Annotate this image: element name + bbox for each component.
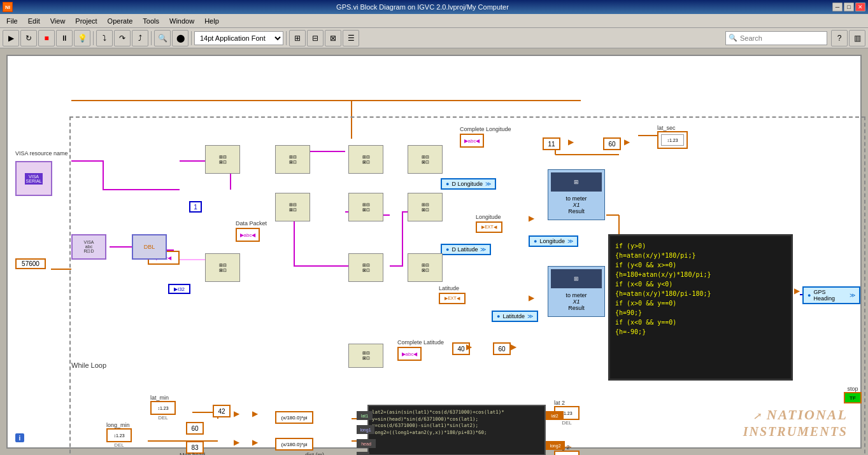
d-longitude-container: ● D Longitude ≫	[441, 178, 496, 190]
d-latitude-block[interactable]: ● D Latitude ≫	[441, 244, 491, 255]
menu-edit[interactable]: Edit	[24, 16, 44, 26]
long2-indicator: ↕1.23	[554, 451, 580, 455]
complete-latitude-label: Complete Latitude	[397, 339, 444, 346]
close-button[interactable]: ✕	[855, 3, 865, 11]
sub-diagram-7[interactable]: ⊞⊟⊠⊡	[408, 193, 443, 221]
lat-min-label: lat_min	[150, 395, 176, 401]
dbl-block[interactable]: DBL	[132, 234, 167, 260]
step-out-button[interactable]: ⤴	[132, 30, 148, 46]
lat-node: lat1	[357, 411, 373, 420]
sub-diagram-9[interactable]: ⊞⊟⊠⊡	[348, 253, 383, 282]
baud-rate-indicator: 57600	[15, 258, 46, 269]
arrow-1: ▶	[568, 137, 574, 146]
menu-operate[interactable]: Operate	[104, 16, 137, 26]
complete-longitude-label: Complete Longitude	[460, 126, 511, 132]
lat2-label: lat 2	[554, 400, 580, 406]
arrow-3: ▶	[529, 214, 534, 223]
formula-node[interactable]: if (y>0) {h=atan(x/y)*180/pi;} if (y<0 &…	[608, 234, 793, 381]
pause-button[interactable]: ⏸	[56, 30, 73, 46]
reorder-button[interactable]: ☰	[343, 30, 359, 46]
ni-logo: ↗ NATIONAL INSTRUMENTS	[730, 407, 848, 440]
constant-11: 11	[543, 137, 560, 150]
visa-resource-block[interactable]: VISASERIAL	[15, 161, 52, 196]
latitutde-circle-block[interactable]: ● Latitutde ≫	[492, 311, 538, 322]
dist-button[interactable]: ⊟	[307, 30, 324, 46]
stop-indicator[interactable]: TF	[844, 392, 862, 403]
run-button[interactable]: ▶	[3, 30, 19, 46]
complete-latitude-block[interactable]: ▶abc◀	[397, 347, 422, 361]
long-node: long1	[357, 425, 374, 434]
maximize-button[interactable]: □	[844, 3, 854, 11]
to-meter-longitude[interactable]: ⊞ to meter X1 Result	[548, 169, 605, 220]
dist-container: dist (m) DBL	[305, 452, 324, 455]
bp-button[interactable]: ⬤	[172, 30, 189, 46]
pane-button[interactable]: ▥	[849, 30, 865, 46]
search-box[interactable]: 🔍	[725, 31, 827, 45]
highlight-button[interactable]: 💡	[74, 30, 90, 46]
toolbar-sep1	[93, 31, 94, 45]
longitude-circle-block[interactable]: ● Longitude ≫	[529, 235, 578, 247]
bottom-formula-block[interactable]: lat2=(asin(sin(lat1)*cos(d/6371000)+cos(…	[367, 405, 546, 455]
menu-view[interactable]: View	[46, 16, 69, 26]
step-over-button[interactable]: ↷	[114, 30, 131, 46]
to-meter-label-1: to meter X1 Result	[548, 194, 604, 216]
abort-button[interactable]: ■	[38, 30, 55, 46]
mag-head-container: Mag head ↕1.23 DEL	[180, 452, 205, 455]
visa-block-1[interactable]: VISAabcR⊡D	[71, 234, 106, 260]
window-controls: ─ □ ✕	[832, 3, 865, 11]
head-node: head	[357, 439, 376, 448]
formula-code: if (y>0) {h=atan(x/y)*180/pi;} if (y<0 &…	[615, 241, 786, 337]
to-meter-label-2: to meter X1 Result	[548, 291, 604, 312]
sub-diagram-4[interactable]: ⊞⊟⊠⊡	[408, 145, 443, 174]
sub-diagram-8[interactable]: ⊞⊟⊠⊡	[205, 253, 240, 282]
menu-tools[interactable]: Tools	[139, 16, 163, 26]
arrow-2: ▶	[624, 137, 630, 146]
complete-longitude-block[interactable]: ▶abc◀	[460, 134, 484, 148]
toolbar-sep4	[286, 31, 287, 45]
menu-file[interactable]: File	[3, 16, 22, 26]
longitude-indicator: ▶EXT◀	[476, 221, 502, 233]
help-button[interactable]: ?	[831, 30, 848, 46]
menu-help[interactable]: Help	[201, 16, 223, 26]
sub-diagram-11[interactable]: ⊞⊟⊠⊡	[348, 344, 383, 368]
gps-heading-block[interactable]: ● GPS Heading ≫	[802, 286, 860, 304]
formula-x180-2[interactable]: (x/180.0)*pi	[275, 438, 313, 451]
search-icon: 🔍	[729, 34, 737, 42]
app-icon: NI	[3, 2, 13, 12]
sub-diagram-2[interactable]: ⊞⊟⊠⊡	[275, 145, 310, 174]
formula-x180-1[interactable]: (x/180.0)*pi	[275, 411, 313, 424]
arrow-8: ▶	[252, 409, 258, 418]
longitude-text-label: Longitude	[476, 214, 501, 220]
resize-button[interactable]: ⊠	[325, 30, 341, 46]
latitude-text-label: Latitude	[439, 285, 459, 291]
sub-diagram-1[interactable]: ⊞⊟⊠⊡	[205, 145, 240, 174]
data-packet-block[interactable]: ▶abc◀	[236, 228, 260, 242]
constant-42: 42	[213, 405, 231, 417]
to-meter-latitude[interactable]: ⊞ to meter X1 Result	[548, 266, 605, 317]
to-meter-icon-1: ⊞	[551, 172, 602, 192]
sub-diagram-5[interactable]: ⊞⊟⊠⊡	[275, 193, 310, 221]
to-meter-icon-2: ⊞	[551, 269, 602, 288]
align-button[interactable]: ⊞	[289, 30, 306, 46]
dist-label: dist (m)	[305, 452, 324, 455]
step-into-button[interactable]: ⤵	[96, 30, 113, 46]
menu-project[interactable]: Project	[71, 16, 101, 26]
font-selector[interactable]: 14pt Application Font	[194, 31, 283, 45]
window-title: GPS.vi Block Diagram on IGVC 2.0.lvproj/…	[13, 3, 832, 11]
menu-window[interactable]: Window	[166, 16, 198, 26]
long-min-indicator: ↕1.23	[106, 428, 132, 442]
sub-diagram-6[interactable]: ⊞⊟⊠⊡	[348, 193, 383, 221]
run-cont-button[interactable]: ↻	[20, 30, 37, 46]
arrow-6: ▶	[511, 342, 516, 351]
arrow-5: ▶	[466, 342, 472, 351]
bottom-formula-text: lat2=(asin(sin(lat1)*cos(d/6371000)+cos(…	[372, 409, 541, 436]
d-longitude-block[interactable]: ● D Longitude ≫	[441, 178, 496, 190]
probe-button[interactable]: 🔍	[154, 30, 171, 46]
constant-60a: 60	[603, 137, 621, 150]
minimize-button[interactable]: ─	[832, 3, 843, 11]
info-icon[interactable]: i	[15, 433, 24, 442]
search-input[interactable]	[740, 34, 824, 42]
sub-diagram-10[interactable]: ⊞⊟⊠⊡	[408, 253, 443, 282]
mag-head-label: Mag head	[180, 452, 205, 455]
sub-diagram-3[interactable]: ⊞⊟⊠⊡	[348, 145, 383, 174]
